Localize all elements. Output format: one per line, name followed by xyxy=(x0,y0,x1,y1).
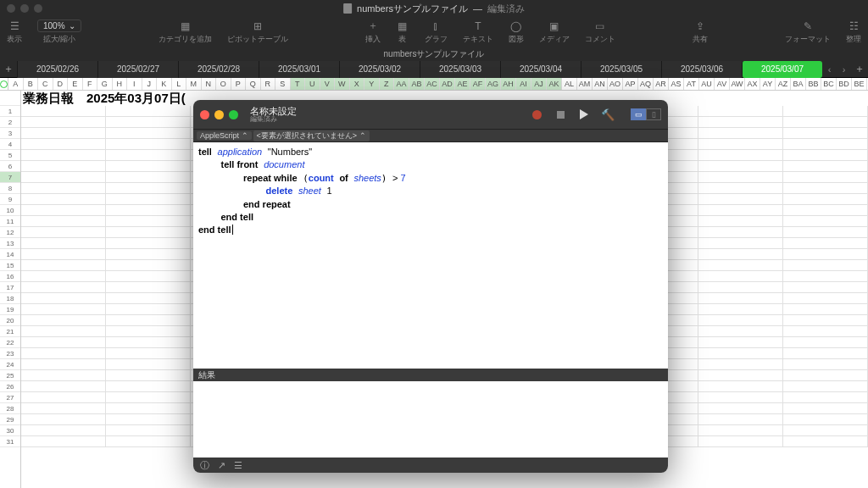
column-header[interactable]: BE xyxy=(852,78,867,90)
column-header[interactable]: BB xyxy=(806,78,821,90)
row-header[interactable]: 11 xyxy=(0,216,20,227)
row-header[interactable]: 14 xyxy=(0,249,20,260)
cell[interactable] xyxy=(783,359,868,370)
language-bar[interactable]: AppleScript ⌃ <要素が選択されていません> ⌃ xyxy=(193,129,668,142)
row-header[interactable]: 19 xyxy=(0,304,20,315)
cell[interactable] xyxy=(783,238,868,249)
cell[interactable] xyxy=(21,326,106,337)
cell[interactable] xyxy=(106,436,191,447)
media-button[interactable]: ▣メディア xyxy=(539,20,570,45)
row-header[interactable]: 22 xyxy=(0,337,20,348)
column-header[interactable]: S xyxy=(275,78,291,90)
cell[interactable] xyxy=(783,403,868,414)
column-header[interactable]: B xyxy=(24,78,39,90)
cell[interactable] xyxy=(21,370,106,381)
column-header[interactable]: V xyxy=(320,78,336,90)
column-header[interactable]: M xyxy=(186,78,202,90)
row-header[interactable]: 6 xyxy=(0,161,20,172)
cell[interactable] xyxy=(698,249,783,260)
cell[interactable] xyxy=(21,436,106,447)
insert-button[interactable]: ＋挿入 xyxy=(365,20,381,45)
row-header[interactable]: 12 xyxy=(0,227,20,238)
column-header[interactable]: AA xyxy=(394,78,409,90)
column-header[interactable]: N xyxy=(202,78,217,90)
chevron-right-icon[interactable]: › xyxy=(843,64,846,75)
share-button[interactable]: ⇪共有 xyxy=(693,20,708,45)
sheet-tab[interactable]: 2025/03/04 xyxy=(500,61,581,78)
column-header[interactable]: AO xyxy=(608,78,623,90)
row-header[interactable]: 15 xyxy=(0,260,20,271)
row-header[interactable]: 27 xyxy=(0,392,20,403)
cell[interactable] xyxy=(106,326,191,337)
column-header[interactable]: AC xyxy=(425,78,440,90)
cell[interactable] xyxy=(21,117,106,128)
cell[interactable] xyxy=(106,337,191,348)
column-header[interactable]: AQ xyxy=(638,78,654,90)
chart-button[interactable]: ⫿グラフ xyxy=(425,20,448,45)
cell[interactable] xyxy=(698,282,783,293)
cell[interactable] xyxy=(783,106,868,117)
column-header[interactable]: Z xyxy=(380,78,395,90)
format-button[interactable]: ✎フォーマット xyxy=(785,20,831,45)
cell[interactable] xyxy=(106,205,191,216)
column-header[interactable]: A xyxy=(8,78,24,90)
close-icon[interactable] xyxy=(200,110,209,119)
column-header[interactable]: AM xyxy=(577,78,593,90)
cell[interactable] xyxy=(783,414,868,425)
add-sheet-right[interactable]: ＋ xyxy=(851,62,868,76)
column-header[interactable]: U xyxy=(305,78,320,90)
row-header[interactable]: 29 xyxy=(0,414,20,425)
cell[interactable] xyxy=(106,260,191,271)
column-header[interactable]: R xyxy=(261,78,276,90)
stop-button[interactable] xyxy=(554,108,566,120)
cell[interactable] xyxy=(698,161,783,172)
column-header[interactable]: D xyxy=(53,78,69,90)
column-header[interactable]: AJ xyxy=(531,78,547,90)
column-header[interactable]: C xyxy=(38,78,53,90)
cell[interactable] xyxy=(698,117,783,128)
column-header[interactable]: K xyxy=(157,78,172,90)
cell[interactable] xyxy=(783,117,868,128)
cell[interactable] xyxy=(783,227,868,238)
cell[interactable] xyxy=(21,315,106,326)
editor-traffic-lights[interactable] xyxy=(200,110,238,119)
cell[interactable] xyxy=(106,414,191,425)
cell[interactable] xyxy=(21,304,106,315)
accessory-icon[interactable]: ↗ xyxy=(218,460,225,471)
select-all-corner[interactable] xyxy=(0,78,8,90)
row-header[interactable]: 20 xyxy=(0,315,20,326)
column-header[interactable]: AL xyxy=(562,78,577,90)
cell[interactable] xyxy=(783,436,868,447)
cell[interactable] xyxy=(698,172,783,183)
column-header[interactable]: AW xyxy=(730,78,745,90)
tab-nav[interactable]: ‹› xyxy=(822,64,851,75)
column-header[interactable]: AI xyxy=(516,78,531,90)
view-log-button[interactable]: ▯ xyxy=(646,108,661,120)
cell[interactable] xyxy=(21,139,106,150)
column-header[interactable]: AE xyxy=(455,78,470,90)
row-header[interactable]: 5 xyxy=(0,150,20,161)
cell[interactable] xyxy=(783,271,868,282)
cell[interactable] xyxy=(698,260,783,271)
cell[interactable] xyxy=(783,304,868,315)
maximize-icon[interactable] xyxy=(34,4,42,13)
column-header[interactable]: AU xyxy=(699,78,715,90)
row-header[interactable]: 24 xyxy=(0,359,20,370)
column-header[interactable]: AV xyxy=(715,78,730,90)
cell[interactable] xyxy=(21,227,106,238)
column-header[interactable]: T xyxy=(291,78,306,90)
column-header[interactable]: AZ xyxy=(776,78,791,90)
row-header[interactable]: 3 xyxy=(0,128,20,139)
cell[interactable] xyxy=(783,172,868,183)
cell[interactable] xyxy=(698,304,783,315)
row-header[interactable]: 2 xyxy=(0,117,20,128)
cell[interactable] xyxy=(106,425,191,436)
row-header[interactable]: 9 xyxy=(0,194,20,205)
cell[interactable] xyxy=(21,359,106,370)
row-header[interactable]: 25 xyxy=(0,370,20,381)
cell[interactable] xyxy=(21,172,106,183)
cell[interactable] xyxy=(21,216,106,227)
sheet-tab[interactable]: 2025/02/27 xyxy=(97,61,178,78)
script-editor-window[interactable]: 名称未設定 編集済み 🔨 ▭ ▯ AppleScript ⌃ <要素が選択されて… xyxy=(193,100,668,473)
cell[interactable] xyxy=(698,403,783,414)
